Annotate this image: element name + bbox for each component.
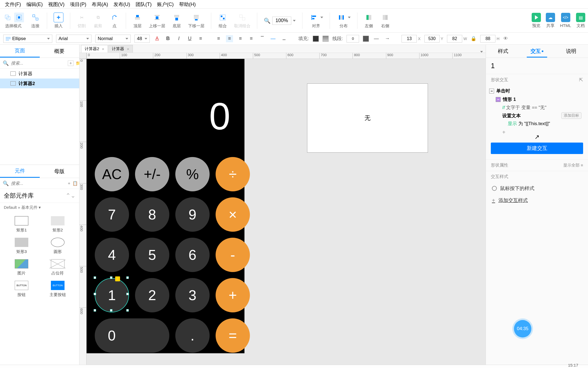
widget-button[interactable]: BUTTON按钮 (5, 281, 38, 297)
calc-key-+[interactable]: + (216, 278, 250, 312)
tab-style[interactable]: 样式 (486, 45, 520, 58)
point-icon[interactable] (109, 13, 119, 22)
back-icon[interactable] (191, 13, 201, 22)
canvas[interactable]: 0 AC+/-%÷789×456-123+0.= 无 ⚡ (87, 59, 486, 368)
ix-expand-icon[interactable]: ⇱ (579, 77, 583, 83)
calc-key--[interactable]: - (216, 238, 250, 272)
calc-key-%[interactable]: % (175, 157, 210, 191)
menu-team[interactable]: 团队(T) (133, 0, 154, 9)
widget-circle[interactable]: 圆形 (41, 238, 75, 254)
fill-color-swatch[interactable] (313, 36, 319, 42)
weight-select[interactable]: Normal (95, 35, 131, 43)
add-target-button[interactable]: 添加目标 (561, 112, 581, 119)
calc-key-7[interactable]: 7 (95, 197, 129, 232)
y-input[interactable] (424, 35, 440, 43)
align-left-button[interactable]: ≡ (215, 35, 222, 42)
h-input[interactable] (480, 35, 495, 43)
html-button[interactable]: </>HTML (560, 13, 571, 28)
ix-condition[interactable]: If 文字于 变量 == "无" (489, 104, 585, 111)
valign-top-button[interactable]: ⎺ (259, 35, 266, 42)
menu-help[interactable]: 帮助(H) (176, 0, 198, 9)
select-contain-icon[interactable] (14, 13, 24, 22)
widget-box2[interactable]: 矩形2 (41, 216, 75, 233)
calc-key-.[interactable]: . (175, 318, 210, 353)
calc-display[interactable]: 0 (209, 94, 230, 138)
distribute-icon[interactable] (336, 13, 346, 22)
forward-icon[interactable] (152, 13, 162, 22)
add-ix-style-row[interactable]: +添加交互样式 (486, 194, 588, 206)
align-dropdown-icon[interactable] (320, 17, 323, 18)
ix-action-set-text[interactable]: 设置文本 (502, 113, 521, 119)
tab-pages[interactable]: 页面 (0, 45, 40, 58)
library-breadcrumb[interactable]: Default » 基本元件 ▾ (0, 203, 79, 212)
add-page-icon[interactable]: + (68, 61, 74, 66)
mousedown-style-row[interactable]: 鼠标按下的样式 (486, 182, 588, 194)
new-interaction-button[interactable]: 新建交互 (491, 143, 583, 154)
fill-gradient-swatch[interactable] (323, 36, 329, 42)
crop-icon[interactable]: ⧉ (93, 13, 103, 22)
align-icon[interactable] (309, 13, 319, 22)
text-color-button[interactable]: A (154, 35, 161, 42)
menu-view[interactable]: 视图(V) (45, 0, 67, 9)
calc-key-=[interactable]: = (216, 318, 250, 353)
font-select[interactable]: Arial (56, 35, 91, 43)
align-center-button[interactable]: ≡ (226, 35, 233, 42)
w-input[interactable] (447, 35, 462, 43)
tab-masters[interactable]: 母版 (40, 165, 79, 178)
widget-box1[interactable]: 矩形1 (5, 216, 38, 233)
stroke-width-input[interactable] (347, 35, 359, 43)
insert-icon[interactable]: + (54, 13, 63, 22)
connect-icon[interactable] (30, 13, 40, 22)
tab-notes[interactable]: 说明 (554, 45, 588, 58)
add-widget-icon[interactable]: + (68, 181, 70, 186)
show-all-link[interactable]: 显示全部 ≡ (563, 163, 583, 168)
spec-button[interactable]: ▤文档 (576, 13, 585, 28)
menu-file[interactable]: 文件(F) (2, 0, 24, 9)
calc-key-3[interactable]: 3 (175, 278, 210, 312)
calc-key-0[interactable]: 0 (95, 318, 169, 353)
widget-image[interactable]: 图片 (5, 259, 38, 276)
align-right-button[interactable]: ≡ (237, 35, 244, 42)
tab-outline[interactable]: 概要 (40, 45, 79, 58)
page-item-calculator2[interactable]: 计算器2 (0, 79, 79, 88)
ix-action-detail[interactable]: 显示 为 "[[This.text]]" (489, 120, 585, 128)
pages-search-input[interactable] (11, 61, 66, 66)
menu-account[interactable]: 账户(C) (154, 0, 176, 9)
zoom-icon[interactable]: 🔍 (264, 17, 271, 24)
widget-primary-button[interactable]: BUTTON主要按钮 (41, 281, 75, 297)
menu-project[interactable]: 项目(P) (67, 0, 89, 9)
ungroup-icon[interactable] (237, 13, 247, 22)
menu-arrange[interactable]: 布局(A) (89, 0, 111, 9)
shape-select[interactable]: Ellipse (3, 35, 52, 43)
widget-box3[interactable]: 矩形3 (5, 238, 38, 254)
text-widget[interactable]: 无 (307, 83, 428, 153)
share-button[interactable]: ☁共享 (546, 13, 555, 28)
group-icon[interactable] (218, 13, 228, 22)
widget-placeholder[interactable]: 占位符 (41, 259, 75, 276)
page-item-calculator[interactable]: 计算器 (0, 69, 79, 79)
zoom-input[interactable] (272, 17, 291, 25)
cut-icon[interactable]: ✂ (77, 13, 87, 22)
size-select[interactable]: 48 (134, 35, 150, 43)
menu-edit[interactable]: 编辑(E) (24, 0, 45, 9)
underline-button[interactable]: U (186, 35, 193, 42)
ix-add-action[interactable]: + (489, 128, 585, 135)
canvas-tab-inactive[interactable]: 计算器× (108, 45, 133, 53)
menu-publish[interactable]: 发布(U) (111, 0, 133, 9)
distribute-dropdown-icon[interactable] (348, 17, 351, 18)
calc-key-4[interactable]: 4 (95, 238, 129, 272)
preview-button[interactable]: 预览 (532, 13, 541, 28)
italic-button[interactable]: I (175, 35, 182, 42)
visibility-icon[interactable]: 👁 (503, 36, 508, 41)
valign-bottom-button[interactable]: ⎽ (280, 35, 287, 42)
stroke-color-swatch[interactable] (363, 36, 369, 42)
x-input[interactable] (402, 35, 417, 43)
front-icon[interactable] (133, 13, 142, 22)
calc-key-AC[interactable]: AC (95, 157, 129, 191)
tab-interactions[interactable]: 交互 (520, 45, 554, 58)
close-tab-icon[interactable]: × (102, 47, 104, 51)
ix-case-1[interactable]: 情形 1 (489, 95, 585, 104)
calc-key-8[interactable]: 8 (135, 197, 169, 232)
ix-event-click[interactable]: 单击时 (489, 87, 585, 95)
bullets-button[interactable]: ≡ (197, 35, 204, 42)
